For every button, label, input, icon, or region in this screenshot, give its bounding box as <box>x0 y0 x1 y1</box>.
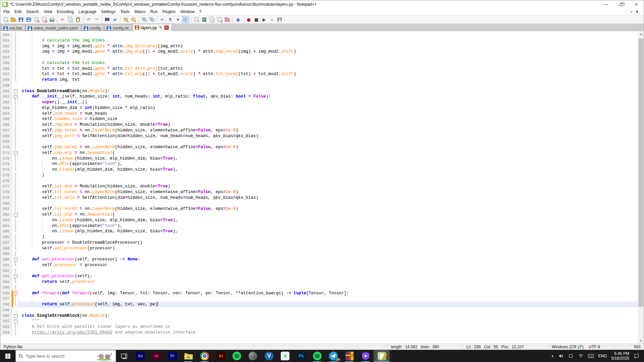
code-line-270[interactable]: 270self.img_norm2 = nn.LayerNorm(hidden_… <box>0 144 638 150</box>
menu-item-search[interactable]: Search <box>24 9 41 15</box>
code-line-258[interactable]: 258return img, txt <box>0 77 638 83</box>
code-line-286[interactable]: 286) <box>0 234 638 240</box>
code-line-279[interactable]: 279self.txt_attn = SelfAttention(dim=hid… <box>0 195 638 201</box>
status-insert-mode[interactable]: INS <box>630 344 644 350</box>
taskbar-app-file-explorer[interactable] <box>180 350 197 362</box>
fold-collapse-button[interactable] <box>13 212 18 218</box>
menu-item-settings[interactable]: Settings <box>99 9 118 15</box>
sync-horizontal-button[interactable] <box>148 16 155 23</box>
code-line-287[interactable]: 287processor = DoubleStreamBlockProcesso… <box>0 240 638 246</box>
indent-guide-button[interactable] <box>182 16 189 23</box>
code-line-295[interactable]: 295 <box>0 285 638 291</box>
menu-item-encoding[interactable]: Encoding <box>55 9 76 15</box>
code-line-278[interactable]: 278self.txt_norm1 = nn.LayerNorm(hidden_… <box>0 189 638 195</box>
taskbar-app-spotify[interactable] <box>229 350 245 362</box>
code-line-250[interactable]: 250 <box>0 32 638 38</box>
word-wrap-button[interactable]: ↵ <box>159 16 166 23</box>
print-button[interactable] <box>48 16 55 23</box>
zoom-out-button[interactable]: − <box>130 16 137 23</box>
code-line-284[interactable]: 284nn.GELU(approximate="tanh"), <box>0 223 638 229</box>
close-button[interactable]: × <box>629 0 644 8</box>
code-line-268[interactable]: 268self.img_attn = SelfAttention(dim=hid… <box>0 133 638 139</box>
code-line-273[interactable]: 273nn.GELU(approximate="tanh"), <box>0 161 638 167</box>
taskbar-app-chrome[interactable] <box>197 350 213 362</box>
code-line-256[interactable]: 256txt = txt + txt_mod1.gate * attn.txt_… <box>0 66 638 72</box>
code-line-280[interactable]: 280 <box>0 201 638 206</box>
show-symbol-dropdown-button[interactable]: ▾ <box>174 16 181 23</box>
code-line-288[interactable]: 288self.set_processor(processor) <box>0 246 638 251</box>
tab-pin-icon[interactable]: ✎ <box>159 25 162 30</box>
code-line-272[interactable]: 272nn.Linear(hidden_size, mlp_hidden_dim… <box>0 156 638 162</box>
code-line-281[interactable]: 281self.txt_norm2 = nn.LayerNorm(hidden_… <box>0 206 638 212</box>
fold-collapse-button[interactable] <box>13 88 18 94</box>
document-map-button[interactable] <box>201 16 208 23</box>
code-line-294[interactable]: 294return self.processor <box>0 279 638 285</box>
macro-play-button[interactable]: ▶ <box>261 16 268 23</box>
close-all-button[interactable]: ⊘ <box>41 16 48 23</box>
function-list-button[interactable]: ƒ <box>216 16 223 23</box>
wifi-icon[interactable] <box>578 353 584 359</box>
code-line-285[interactable]: 285nn.Linear(mlp_hidden_dim, hidden_size… <box>0 229 638 234</box>
taskbar-app-media-player[interactable] <box>358 350 374 362</box>
macro-stop-button[interactable]: ■ <box>253 16 260 23</box>
action-center-icon[interactable] <box>634 353 639 359</box>
undo-button[interactable]: ↶ <box>85 16 92 23</box>
new-file-button[interactable]: + <box>2 16 9 23</box>
find-button[interactable] <box>104 16 111 23</box>
menu-item-language[interactable]: Language <box>76 9 99 15</box>
code-line-289[interactable]: 289 <box>0 251 638 257</box>
menu-item-view[interactable]: View <box>41 9 55 15</box>
taskbar-app-x-app[interactable]: X <box>277 350 293 362</box>
taskbar-search-input[interactable]: Type here to search <box>15 350 116 362</box>
code-line-259[interactable]: 259 <box>0 83 638 88</box>
taskbar-app-cinema4d[interactable] <box>245 350 261 362</box>
fold-collapse-button[interactable] <box>13 257 18 262</box>
tab-list-button[interactable]: ▼ <box>635 10 639 14</box>
code-line-262[interactable]: 262super().__init__() <box>0 100 638 105</box>
taskbar-app-after-effects[interactable]: Ae <box>132 350 148 362</box>
cut-button[interactable]: ✂ <box>59 16 66 23</box>
code-line-301[interactable]: 301""" <box>0 318 638 324</box>
tab-config[interactable]: config <box>82 25 104 31</box>
fold-collapse-button[interactable] <box>13 274 18 279</box>
menu-item-tools[interactable]: Tools <box>118 9 132 15</box>
new-tab-button[interactable]: + <box>630 10 632 14</box>
menu-item-macro[interactable]: Macro <box>132 9 148 15</box>
editor[interactable]: 250251# calculate the img bloks252img = … <box>0 31 644 344</box>
code-line-298[interactable]: 298return self.processor(self, img, txt,… <box>0 302 638 307</box>
tablet-mode-icon[interactable] <box>568 353 574 359</box>
doc-switcher-button[interactable]: ϟ <box>193 16 200 23</box>
menu-item-file[interactable]: File <box>1 9 12 15</box>
macro-save-button[interactable] <box>276 16 283 23</box>
scroll-down-arrow[interactable]: ▼ <box>638 338 644 344</box>
code-line-299[interactable]: 299 <box>0 307 638 313</box>
minimize-button[interactable] <box>598 0 613 8</box>
code-line-274[interactable]: 274nn.Linear(mlp_hidden_dim, hidden_size… <box>0 167 638 173</box>
menu-item-edit[interactable]: Edit <box>12 9 24 15</box>
sync-vertical-button[interactable] <box>141 16 148 23</box>
tab-config-ini[interactable]: config.ini <box>104 25 132 31</box>
code-line-265[interactable]: 265self.hidden_size = hidden_size <box>0 116 638 122</box>
scroll-up-arrow[interactable]: ▲ <box>638 31 644 37</box>
fold-collapse-button[interactable] <box>13 318 18 324</box>
save-file-button[interactable] <box>17 16 24 23</box>
code-line-282[interactable]: 282self.txt_mlp = nn.Sequential( <box>0 212 638 218</box>
close-file-button[interactable]: ⊘ <box>33 16 40 23</box>
code-line-296[interactable]: 296def forward(def forward(self, img: Te… <box>0 291 638 296</box>
code-line-303[interactable]: 303https://arxiv.org/abs/2302.05442 and … <box>0 330 638 336</box>
code-line-254[interactable]: 254 <box>0 55 638 60</box>
menu-item-[interactable]: ? <box>197 9 204 15</box>
code-line-261[interactable]: 261def __init__(self, hidden_size: int, … <box>0 94 638 100</box>
code-line-255[interactable]: 255# calculate the txt bloks <box>0 60 638 66</box>
status-eol-format[interactable]: Windows (CR LF) <box>548 344 585 350</box>
code-line-267[interactable]: 267self.img_norm1 = nn.LayerNorm(hidden_… <box>0 128 638 133</box>
replace-button[interactable]: ⇄ <box>111 16 118 23</box>
taskbar-app-illustrator[interactable]: Ai <box>213 350 229 362</box>
menu-item-run[interactable]: Run <box>148 9 160 15</box>
code-line-290[interactable]: 290def set_processor(self, processor) ->… <box>0 257 638 262</box>
taskbar-app-telegram[interactable]: .00 <box>325 350 341 362</box>
code-line-297[interactable]: 297 <box>0 296 638 302</box>
code-line-276[interactable]: 276 <box>0 178 638 184</box>
paste-button[interactable] <box>74 16 82 23</box>
tab-run-bat[interactable]: run.bat <box>1 25 25 31</box>
